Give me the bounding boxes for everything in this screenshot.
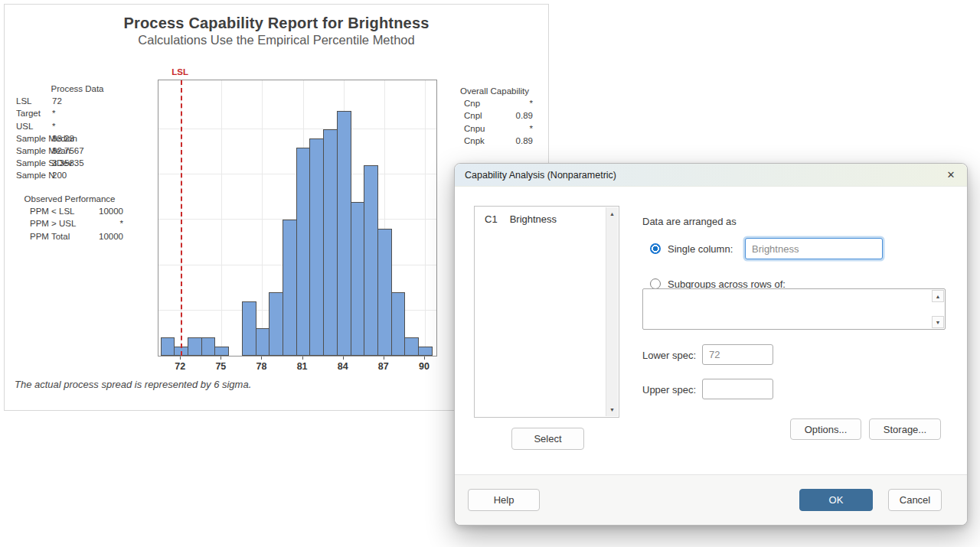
stat-value: 3.35835 xyxy=(52,157,84,169)
observed-performance-title: Observed Performance xyxy=(16,193,123,205)
dialog-title: Capability Analysis (Nonparametric) xyxy=(465,170,616,181)
x-gridline xyxy=(262,80,263,356)
histogram-bar xyxy=(323,129,338,356)
ok-button[interactable]: OK xyxy=(799,489,873,511)
stat-value: 200 xyxy=(52,169,67,181)
scroll-down-icon[interactable]: ▼ xyxy=(932,316,944,328)
histogram-bar xyxy=(418,347,433,356)
options-button[interactable]: Options... xyxy=(790,418,861,440)
lsl-label: LSL xyxy=(172,67,188,77)
x-tick-label: 75 xyxy=(215,361,226,372)
histogram-bar xyxy=(309,138,324,356)
stat-label: Cnpk xyxy=(464,135,485,147)
overall-capability-panel: Overall Capability Cnp* Cnpl0.89 Cnpu* C… xyxy=(456,85,533,147)
stat-row: Sample N200 xyxy=(16,169,139,181)
histogram-bar xyxy=(364,165,378,356)
x-tick xyxy=(302,357,303,360)
scroll-up-icon[interactable]: ▲ xyxy=(932,290,944,302)
stat-value: 10000 xyxy=(99,230,123,243)
x-tick-label: 81 xyxy=(297,361,308,372)
x-tick-label: 72 xyxy=(175,361,185,372)
histogram-bar xyxy=(404,337,419,356)
upper-spec-input[interactable] xyxy=(702,379,773,399)
x-tick xyxy=(343,357,344,360)
report-title: Process Capability Report for Brightness xyxy=(5,15,548,32)
histogram-wrap: LSL xyxy=(158,80,437,357)
histogram-x-axis: 72757881848790 xyxy=(158,357,437,375)
histogram-bar xyxy=(351,202,365,356)
y-gridline xyxy=(158,129,436,129)
subgroups-input[interactable]: ▲ ▼ xyxy=(642,288,946,330)
capability-analysis-dialog: Capability Analysis (Nonparametric) ✕ C1… xyxy=(454,163,968,526)
stat-value: * xyxy=(52,120,55,132)
listbox-scrollbar[interactable]: ▲ ▼ xyxy=(606,207,618,416)
x-tick-label: 90 xyxy=(419,361,430,372)
process-data-title: Process Data xyxy=(16,83,139,95)
lower-spec-input[interactable] xyxy=(702,344,773,365)
stat-label: PPM > USL xyxy=(30,217,76,230)
stat-value: * xyxy=(52,107,55,119)
select-button[interactable]: Select xyxy=(511,428,584,450)
stat-row: PPM < LSL10000 xyxy=(16,205,123,217)
histogram-plot xyxy=(158,80,437,357)
storage-button[interactable]: Storage... xyxy=(869,418,941,440)
stat-row: Sample Median83.23 xyxy=(16,132,139,145)
x-tick xyxy=(261,357,262,360)
histogram-bar xyxy=(269,292,283,356)
subgroups-scrollbar[interactable]: ▲ ▼ xyxy=(932,290,944,328)
x-gridline xyxy=(425,80,426,356)
stat-row: PPM Total10000 xyxy=(16,230,123,243)
lsl-line xyxy=(181,80,182,356)
x-tick xyxy=(384,357,384,360)
report-subtitle: Calculations Use the Empirical Percentil… xyxy=(5,33,548,47)
single-column-radio[interactable] xyxy=(650,243,661,254)
arranged-as-label: Data are arranged as xyxy=(642,216,737,227)
observed-performance-panel: Observed Performance PPM < LSL10000 PPM … xyxy=(16,193,123,243)
stat-value: * xyxy=(120,217,123,230)
x-tick xyxy=(180,357,181,360)
scroll-down-icon[interactable]: ▼ xyxy=(606,404,618,415)
stat-label: PPM Total xyxy=(30,230,70,243)
dialog-titlebar[interactable]: Capability Analysis (Nonparametric) ✕ xyxy=(455,164,967,187)
single-column-input[interactable] xyxy=(745,238,883,259)
cancel-button[interactable]: Cancel xyxy=(888,489,942,511)
stat-label: LSL xyxy=(16,95,52,107)
stat-row: Cnpl0.89 xyxy=(456,109,533,122)
column-id: C1 xyxy=(485,213,498,225)
stat-value: * xyxy=(530,97,533,109)
column-listbox[interactable]: C1 Brightness ▲ ▼ xyxy=(474,206,619,418)
stat-value: 10000 xyxy=(99,205,123,217)
histogram-bar xyxy=(377,229,392,356)
stat-label: Sample Median xyxy=(16,132,52,145)
lower-spec-label: Lower spec: xyxy=(642,350,696,361)
stat-label: Cnp xyxy=(464,97,480,109)
scroll-up-icon[interactable]: ▲ xyxy=(606,208,618,220)
subgroups-radio[interactable] xyxy=(650,278,661,289)
stat-row: LSL72 xyxy=(16,95,139,107)
help-button[interactable]: Help xyxy=(468,489,540,511)
stat-row: Target* xyxy=(16,107,139,119)
stat-label: Cnpu xyxy=(464,122,485,135)
stat-label: Cnpl xyxy=(464,109,482,122)
histogram-bar xyxy=(188,337,202,356)
histogram-bar xyxy=(337,111,351,356)
stat-label: PPM < LSL xyxy=(30,205,75,217)
stat-label: Sample StDev xyxy=(16,157,52,169)
close-icon[interactable]: ✕ xyxy=(935,164,967,187)
x-tick-label: 87 xyxy=(378,361,389,372)
stat-row: Cnp* xyxy=(456,97,533,109)
stat-value: 0.89 xyxy=(516,109,533,122)
stat-row: Sample StDev3.35835 xyxy=(16,157,139,169)
histogram-bar xyxy=(201,337,216,356)
histogram-bar xyxy=(391,292,406,356)
stat-row: PPM > USL* xyxy=(16,217,123,230)
process-data-panel: Process Data LSL72 Target* USL* Sample M… xyxy=(16,83,139,182)
report-footnote: The actual process spread is represented… xyxy=(15,379,251,390)
stat-label: Sample Mean xyxy=(16,145,52,157)
histogram-bar xyxy=(242,301,256,356)
histogram-bar xyxy=(296,148,311,356)
overall-capability-title: Overall Capability xyxy=(456,85,533,97)
list-item-brightness[interactable]: C1 Brightness xyxy=(475,207,619,225)
x-tick xyxy=(424,357,425,360)
stat-value: 83.23 xyxy=(52,132,74,145)
